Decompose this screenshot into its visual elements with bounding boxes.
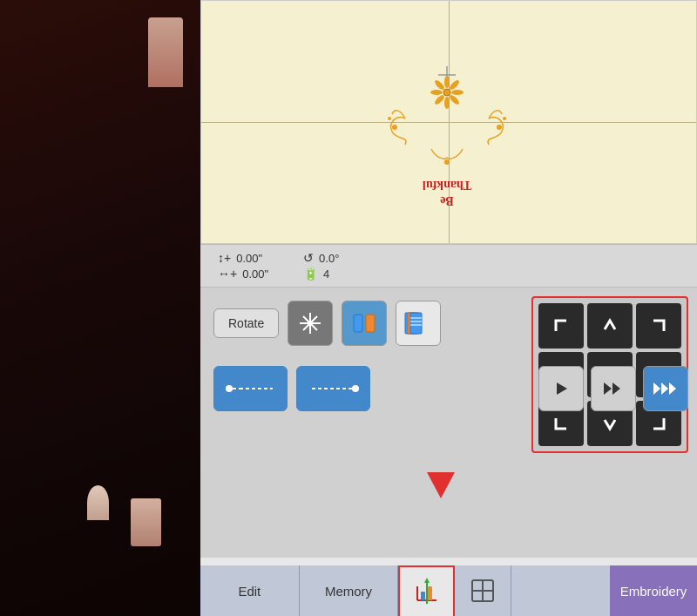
expand-icon — [469, 577, 497, 605]
rotation-icon: ↺ — [303, 251, 314, 265]
fast-forward-button[interactable] — [591, 366, 636, 411]
svg-point-11 — [392, 125, 397, 130]
tab-memory-label: Memory — [325, 584, 372, 599]
svg-marker-36 — [557, 382, 567, 395]
corner-bl-icon — [549, 411, 573, 436]
svg-rect-44 — [421, 592, 425, 600]
rotation-value: 0.0° — [319, 252, 339, 265]
tab-bar: Edit Memory — [200, 565, 697, 616]
position-x-icon: ↕+ — [218, 251, 231, 265]
svg-point-5 — [451, 90, 464, 95]
left-camera-panel — [0, 0, 200, 616]
svg-text:Thankful: Thankful — [423, 179, 471, 192]
svg-marker-38 — [612, 382, 620, 395]
svg-rect-24 — [366, 315, 375, 332]
tab-expand[interactable] — [455, 565, 511, 616]
stitch-end-button[interactable] — [296, 366, 370, 411]
grid-btn-top-center[interactable] — [587, 303, 633, 349]
battery-icon: 🔋 — [303, 267, 318, 281]
corner-tl-icon — [549, 314, 573, 338]
svg-text:Be: Be — [440, 194, 454, 207]
svg-point-6 — [448, 93, 460, 105]
play-button[interactable] — [538, 366, 584, 411]
svg-point-9 — [430, 90, 443, 95]
shelf-decoration-bottom — [131, 498, 161, 546]
playback-controls — [538, 366, 688, 411]
svg-point-2 — [443, 89, 450, 96]
svg-point-31 — [226, 385, 233, 392]
starburst-icon — [296, 309, 324, 337]
rotation-item: ↺ 0.0° — [303, 251, 339, 265]
main-panel: Be Thankful ↕+ 0.00" ↔+ 0.00" ↺ 0.0° 🔋 4 — [200, 0, 697, 616]
svg-point-15 — [444, 159, 450, 165]
design-preview: Be Thankful — [318, 14, 579, 232]
shelf-decoration-top — [148, 17, 183, 87]
tab-edit[interactable]: Edit — [200, 565, 300, 616]
stitch-end-icon — [303, 380, 364, 397]
grid-btn-top-left[interactable] — [538, 303, 584, 349]
svg-rect-45 — [428, 586, 432, 600]
position-x-item: ↕+ 0.00" — [218, 251, 268, 265]
arrow-indicator — [427, 472, 455, 498]
svg-point-14 — [503, 117, 506, 120]
tab-chart-active[interactable] — [398, 565, 455, 616]
battery-value: 4 — [323, 267, 329, 281]
stitch-start-button[interactable] — [213, 366, 288, 411]
svg-marker-47 — [424, 578, 430, 583]
arrow-up-icon — [598, 314, 622, 338]
svg-point-4 — [448, 78, 460, 91]
tab-edit-label: Edit — [238, 584, 261, 599]
shelf-decoration-small — [87, 485, 109, 520]
svg-point-22 — [308, 321, 313, 326]
svg-point-10 — [433, 78, 445, 91]
corner-br-icon — [646, 411, 671, 436]
rotation-group: ↺ 0.0° 🔋 4 — [303, 251, 339, 281]
corner-tr-icon — [646, 314, 671, 338]
svg-point-13 — [497, 125, 502, 130]
controls-row1: Rotate — [213, 301, 441, 346]
tab-embroidery-label: Embroidery — [620, 584, 687, 599]
position-x-value: 0.00" — [236, 252, 262, 265]
svg-marker-37 — [604, 382, 612, 395]
canvas-area: Be Thankful — [200, 0, 697, 244]
fastest-forward-button[interactable] — [643, 366, 688, 411]
battery-item: 🔋 4 — [303, 267, 339, 281]
svg-marker-40 — [661, 382, 668, 395]
svg-point-3 — [444, 76, 450, 88]
svg-point-8 — [433, 93, 445, 105]
book-icon — [403, 309, 433, 337]
controls-area: Rotate — [200, 288, 697, 558]
book-button[interactable] — [396, 301, 441, 346]
svg-point-12 — [388, 117, 391, 120]
play-icon — [552, 379, 571, 398]
tab-spacer — [511, 565, 610, 616]
position-group: ↕+ 0.00" ↔+ 0.00" — [218, 251, 268, 281]
svg-point-7 — [444, 97, 450, 109]
grid-btn-top-right[interactable] — [636, 303, 681, 349]
colors-button[interactable] — [342, 301, 387, 346]
svg-marker-41 — [669, 382, 676, 395]
position-y-icon: ↔+ — [218, 267, 237, 281]
starburst-button[interactable] — [288, 301, 333, 346]
svg-marker-39 — [653, 382, 660, 395]
arrow-down-icon — [598, 411, 622, 436]
svg-rect-23 — [354, 315, 362, 332]
fast-forward-icon — [602, 379, 625, 398]
status-bar: ↕+ 0.00" ↔+ 0.00" ↺ 0.0° 🔋 4 — [200, 244, 697, 288]
colors-icon — [350, 309, 378, 337]
stitch-start-icon — [220, 380, 281, 397]
position-y-value: 0.00" — [242, 267, 268, 281]
position-y-item: ↔+ 0.00" — [218, 267, 268, 281]
tab-embroidery[interactable]: Embroidery — [610, 565, 697, 616]
chart-icon — [410, 576, 443, 607]
svg-point-35 — [352, 385, 359, 392]
fastest-icon — [653, 379, 679, 398]
rotate-button[interactable]: Rotate — [213, 308, 279, 338]
svg-rect-27 — [410, 313, 422, 334]
controls-row2 — [213, 366, 370, 411]
tab-memory[interactable]: Memory — [300, 565, 399, 616]
